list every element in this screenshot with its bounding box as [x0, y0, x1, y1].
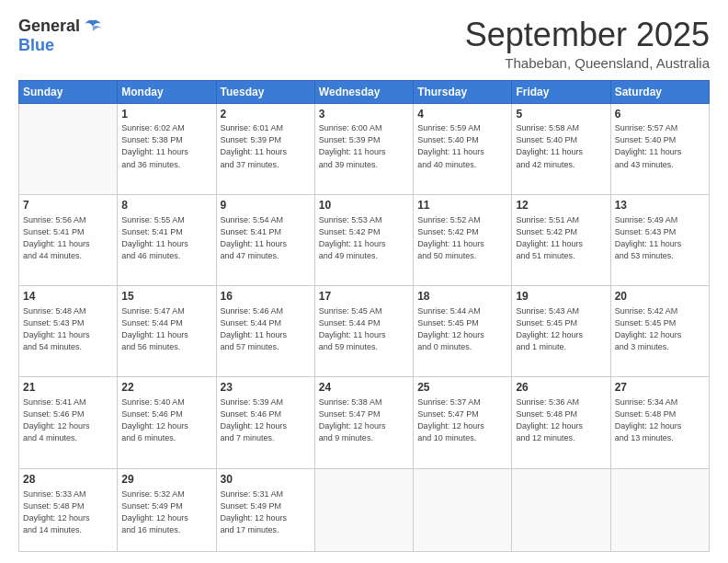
day-number: 15 [121, 289, 211, 304]
calendar-cell: 2Sunrise: 6:01 AM Sunset: 5:39 PM Daylig… [216, 103, 314, 194]
calendar-header-row: SundayMondayTuesdayWednesdayThursdayFrid… [19, 80, 710, 103]
cell-info: Sunrise: 5:44 AM Sunset: 5:45 PM Dayligh… [417, 305, 507, 353]
day-number: 9 [221, 198, 311, 213]
calendar-week-row: 14Sunrise: 5:48 AM Sunset: 5:43 PM Dayli… [19, 286, 710, 377]
calendar-table: SundayMondayTuesdayWednesdayThursdayFrid… [18, 80, 710, 552]
col-header-saturday: Saturday [610, 80, 709, 103]
col-header-monday: Monday [118, 80, 216, 103]
cell-info: Sunrise: 5:59 AM Sunset: 5:40 PM Dayligh… [417, 122, 507, 170]
calendar-cell: 17Sunrise: 5:45 AM Sunset: 5:44 PM Dayli… [314, 286, 413, 377]
day-number: 5 [516, 107, 606, 122]
calendar-cell: 29Sunrise: 5:32 AM Sunset: 5:49 PM Dayli… [118, 468, 216, 551]
calendar-week-row: 21Sunrise: 5:41 AM Sunset: 5:46 PM Dayli… [19, 377, 710, 468]
calendar-cell: 20Sunrise: 5:42 AM Sunset: 5:45 PM Dayli… [610, 286, 709, 377]
calendar-cell: 13Sunrise: 5:49 AM Sunset: 5:43 PM Dayli… [610, 194, 709, 285]
calendar-week-row: 7Sunrise: 5:56 AM Sunset: 5:41 PM Daylig… [19, 194, 710, 285]
calendar-cell: 18Sunrise: 5:44 AM Sunset: 5:45 PM Dayli… [414, 286, 512, 377]
day-number: 23 [221, 380, 311, 396]
day-number: 7 [23, 198, 113, 213]
day-number: 1 [121, 107, 211, 122]
calendar-cell: 22Sunrise: 5:40 AM Sunset: 5:46 PM Dayli… [118, 377, 216, 468]
cell-info: Sunrise: 5:43 AM Sunset: 5:45 PM Dayligh… [516, 305, 606, 353]
cell-info: Sunrise: 5:49 AM Sunset: 5:43 PM Dayligh… [615, 214, 705, 262]
day-number: 17 [319, 289, 409, 304]
calendar-cell: 23Sunrise: 5:39 AM Sunset: 5:46 PM Dayli… [216, 377, 314, 468]
calendar-cell [314, 468, 413, 551]
calendar-cell: 14Sunrise: 5:48 AM Sunset: 5:43 PM Dayli… [19, 286, 118, 377]
cell-info: Sunrise: 5:34 AM Sunset: 5:48 PM Dayligh… [615, 396, 705, 444]
cell-info: Sunrise: 5:33 AM Sunset: 5:48 PM Dayligh… [23, 488, 113, 536]
day-number: 3 [319, 107, 409, 122]
day-number: 20 [615, 289, 705, 304]
calendar-cell: 6Sunrise: 5:57 AM Sunset: 5:40 PM Daylig… [610, 103, 709, 194]
calendar-cell: 24Sunrise: 5:38 AM Sunset: 5:47 PM Dayli… [314, 377, 413, 468]
calendar-week-row: 28Sunrise: 5:33 AM Sunset: 5:48 PM Dayli… [19, 468, 710, 551]
cell-info: Sunrise: 6:02 AM Sunset: 5:38 PM Dayligh… [121, 122, 211, 170]
cell-info: Sunrise: 5:54 AM Sunset: 5:41 PM Dayligh… [221, 214, 311, 262]
calendar-cell: 7Sunrise: 5:56 AM Sunset: 5:41 PM Daylig… [19, 194, 118, 285]
cell-info: Sunrise: 5:42 AM Sunset: 5:45 PM Dayligh… [615, 305, 705, 353]
page: General Blue September 2025 Thabeban, Qu… [0, 0, 728, 563]
title-area: September 2025 Thabeban, Queensland, Aus… [465, 17, 710, 71]
day-number: 19 [516, 289, 606, 304]
calendar-cell [414, 468, 512, 551]
day-number: 16 [221, 289, 311, 304]
calendar-cell [512, 468, 610, 551]
calendar-cell: 3Sunrise: 6:00 AM Sunset: 5:39 PM Daylig… [314, 103, 413, 194]
cell-info: Sunrise: 5:52 AM Sunset: 5:42 PM Dayligh… [417, 214, 507, 262]
calendar-cell: 26Sunrise: 5:36 AM Sunset: 5:48 PM Dayli… [512, 377, 610, 468]
location: Thabeban, Queensland, Australia [465, 55, 710, 71]
day-number: 22 [121, 380, 211, 396]
calendar-cell: 5Sunrise: 5:58 AM Sunset: 5:40 PM Daylig… [512, 103, 610, 194]
calendar-week-row: 1Sunrise: 6:02 AM Sunset: 5:38 PM Daylig… [19, 103, 710, 194]
day-number: 6 [615, 107, 705, 122]
calendar-cell: 16Sunrise: 5:46 AM Sunset: 5:44 PM Dayli… [216, 286, 314, 377]
day-number: 4 [417, 107, 507, 122]
col-header-thursday: Thursday [414, 80, 512, 103]
calendar-cell: 1Sunrise: 6:02 AM Sunset: 5:38 PM Daylig… [118, 103, 216, 194]
cell-info: Sunrise: 5:45 AM Sunset: 5:44 PM Dayligh… [319, 305, 409, 353]
cell-info: Sunrise: 5:40 AM Sunset: 5:46 PM Dayligh… [121, 396, 211, 444]
cell-info: Sunrise: 5:38 AM Sunset: 5:47 PM Dayligh… [319, 396, 409, 444]
col-header-wednesday: Wednesday [314, 80, 413, 103]
day-number: 2 [221, 107, 311, 122]
cell-info: Sunrise: 6:00 AM Sunset: 5:39 PM Dayligh… [319, 122, 409, 170]
calendar-cell: 9Sunrise: 5:54 AM Sunset: 5:41 PM Daylig… [216, 194, 314, 285]
cell-info: Sunrise: 5:51 AM Sunset: 5:42 PM Dayligh… [516, 214, 606, 262]
day-number: 28 [23, 472, 113, 488]
calendar-cell: 28Sunrise: 5:33 AM Sunset: 5:48 PM Dayli… [19, 468, 118, 551]
day-number: 21 [23, 380, 113, 396]
calendar-cell: 30Sunrise: 5:31 AM Sunset: 5:49 PM Dayli… [216, 468, 314, 551]
day-number: 29 [121, 472, 211, 488]
cell-info: Sunrise: 6:01 AM Sunset: 5:39 PM Dayligh… [221, 122, 311, 170]
calendar-cell: 4Sunrise: 5:59 AM Sunset: 5:40 PM Daylig… [414, 103, 512, 194]
calendar-cell: 27Sunrise: 5:34 AM Sunset: 5:48 PM Dayli… [610, 377, 709, 468]
calendar-cell: 19Sunrise: 5:43 AM Sunset: 5:45 PM Dayli… [512, 286, 610, 377]
cell-info: Sunrise: 5:37 AM Sunset: 5:47 PM Dayligh… [417, 396, 507, 444]
cell-info: Sunrise: 5:41 AM Sunset: 5:46 PM Dayligh… [23, 396, 113, 444]
cell-info: Sunrise: 5:56 AM Sunset: 5:41 PM Dayligh… [23, 214, 113, 262]
calendar-cell: 12Sunrise: 5:51 AM Sunset: 5:42 PM Dayli… [512, 194, 610, 285]
day-number: 12 [516, 198, 606, 213]
col-header-sunday: Sunday [19, 80, 118, 103]
cell-info: Sunrise: 5:46 AM Sunset: 5:44 PM Dayligh… [221, 305, 311, 353]
logo-bird-icon [84, 17, 102, 36]
logo: General [18, 17, 102, 36]
col-header-friday: Friday [512, 80, 610, 103]
day-number: 11 [417, 198, 507, 213]
cell-info: Sunrise: 5:53 AM Sunset: 5:42 PM Dayligh… [319, 214, 409, 262]
col-header-tuesday: Tuesday [216, 80, 314, 103]
logo-general: General [18, 17, 80, 36]
day-number: 26 [516, 380, 606, 396]
cell-info: Sunrise: 5:39 AM Sunset: 5:46 PM Dayligh… [221, 396, 311, 444]
calendar-cell: 25Sunrise: 5:37 AM Sunset: 5:47 PM Dayli… [414, 377, 512, 468]
calendar-cell: 15Sunrise: 5:47 AM Sunset: 5:44 PM Dayli… [118, 286, 216, 377]
logo-blue: Blue [18, 36, 54, 55]
cell-info: Sunrise: 5:32 AM Sunset: 5:49 PM Dayligh… [121, 488, 211, 536]
day-number: 13 [615, 198, 705, 213]
day-number: 8 [121, 198, 211, 213]
day-number: 14 [23, 289, 113, 304]
month-title: September 2025 [465, 17, 710, 53]
calendar-cell: 21Sunrise: 5:41 AM Sunset: 5:46 PM Dayli… [19, 377, 118, 468]
logo-area: General Blue [18, 17, 102, 55]
